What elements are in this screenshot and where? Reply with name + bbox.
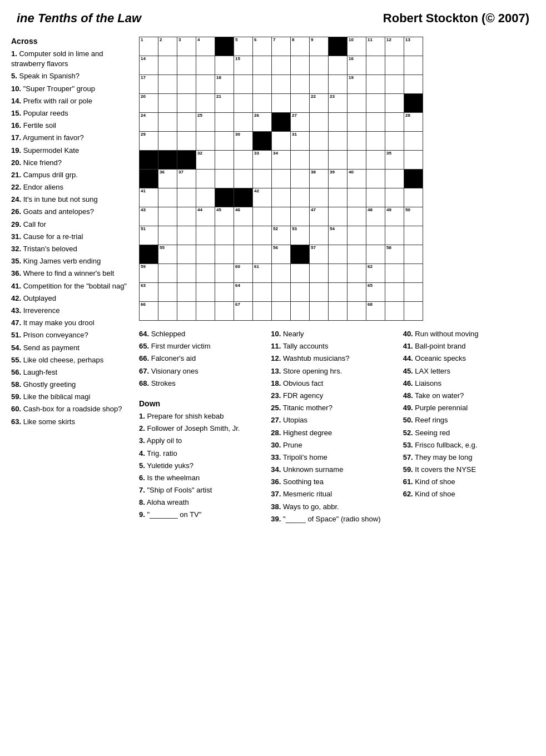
grid-cell[interactable] bbox=[196, 94, 215, 113]
grid-cell[interactable] bbox=[272, 56, 291, 75]
grid-cell[interactable] bbox=[385, 75, 404, 94]
grid-cell[interactable] bbox=[404, 264, 423, 283]
grid-cell[interactable]: 55 bbox=[158, 245, 177, 264]
grid-cell[interactable] bbox=[215, 132, 234, 151]
grid-cell[interactable] bbox=[366, 226, 385, 245]
grid-cell[interactable] bbox=[385, 56, 404, 75]
grid-cell[interactable]: 25 bbox=[196, 113, 215, 132]
grid-cell[interactable] bbox=[404, 170, 423, 188]
grid-cell[interactable] bbox=[329, 113, 348, 132]
grid-cell[interactable] bbox=[234, 151, 253, 170]
grid-cell[interactable] bbox=[310, 113, 329, 132]
grid-cell[interactable] bbox=[158, 302, 177, 321]
grid-cell[interactable] bbox=[215, 283, 234, 302]
grid-cell[interactable] bbox=[385, 94, 404, 113]
grid-cell[interactable]: 68 bbox=[366, 302, 385, 321]
grid-cell[interactable] bbox=[404, 75, 423, 94]
grid-cell[interactable] bbox=[404, 188, 423, 207]
grid-cell[interactable] bbox=[329, 207, 348, 226]
grid-cell[interactable] bbox=[329, 37, 348, 56]
grid-cell[interactable] bbox=[253, 56, 272, 75]
grid-cell[interactable] bbox=[366, 56, 385, 75]
grid-cell[interactable] bbox=[158, 94, 177, 113]
grid-cell[interactable] bbox=[234, 113, 253, 132]
grid-cell[interactable] bbox=[177, 188, 196, 207]
grid-cell[interactable] bbox=[253, 132, 272, 151]
grid-cell[interactable]: 23 bbox=[329, 94, 348, 113]
grid-cell[interactable] bbox=[253, 283, 272, 302]
grid-cell[interactable] bbox=[215, 302, 234, 321]
grid-cell[interactable] bbox=[234, 226, 253, 245]
grid-cell[interactable] bbox=[158, 113, 177, 132]
grid-cell[interactable]: 19 bbox=[348, 75, 366, 94]
grid-cell[interactable] bbox=[291, 151, 310, 170]
grid-cell[interactable] bbox=[291, 264, 310, 283]
grid-cell[interactable]: 54 bbox=[329, 226, 348, 245]
grid-cell[interactable]: 58 bbox=[385, 245, 404, 264]
grid-cell[interactable] bbox=[329, 188, 348, 207]
grid-cell[interactable]: 50 bbox=[404, 207, 423, 226]
grid-cell[interactable] bbox=[385, 188, 404, 207]
grid-cell[interactable] bbox=[329, 302, 348, 321]
grid-cell[interactable]: 52 bbox=[272, 226, 291, 245]
grid-cell[interactable] bbox=[348, 283, 366, 302]
grid-cell[interactable] bbox=[215, 37, 234, 56]
grid-cell[interactable] bbox=[291, 283, 310, 302]
grid-cell[interactable] bbox=[196, 302, 215, 321]
grid-cell[interactable] bbox=[272, 207, 291, 226]
grid-cell[interactable] bbox=[196, 245, 215, 264]
grid-cell[interactable]: 30 bbox=[234, 132, 253, 151]
grid-cell[interactable]: 35 bbox=[385, 151, 404, 170]
grid-cell[interactable] bbox=[329, 245, 348, 264]
grid-cell[interactable] bbox=[348, 245, 366, 264]
grid-cell[interactable]: 6 bbox=[253, 37, 272, 56]
grid-cell[interactable]: 1 bbox=[140, 37, 158, 56]
grid-cell[interactable] bbox=[366, 132, 385, 151]
grid-cell[interactable]: 67 bbox=[234, 302, 253, 321]
grid-cell[interactable] bbox=[196, 264, 215, 283]
grid-cell[interactable] bbox=[253, 245, 272, 264]
grid-cell[interactable] bbox=[253, 207, 272, 226]
grid-cell[interactable] bbox=[196, 132, 215, 151]
grid-cell[interactable]: 38 bbox=[310, 170, 329, 188]
grid-cell[interactable] bbox=[253, 226, 272, 245]
grid-cell[interactable] bbox=[329, 283, 348, 302]
grid-cell[interactable] bbox=[253, 302, 272, 321]
grid-cell[interactable] bbox=[310, 132, 329, 151]
grid-cell[interactable] bbox=[215, 245, 234, 264]
grid-cell[interactable] bbox=[310, 75, 329, 94]
grid-cell[interactable] bbox=[140, 170, 158, 188]
grid-cell[interactable] bbox=[215, 170, 234, 188]
grid-cell[interactable] bbox=[404, 94, 423, 113]
grid-cell[interactable] bbox=[404, 56, 423, 75]
grid-cell[interactable] bbox=[177, 283, 196, 302]
grid-cell[interactable]: 32 bbox=[196, 151, 215, 170]
grid-cell[interactable] bbox=[329, 264, 348, 283]
grid-cell[interactable] bbox=[404, 226, 423, 245]
grid-cell[interactable] bbox=[310, 283, 329, 302]
grid-cell[interactable] bbox=[348, 151, 366, 170]
grid-cell[interactable]: 37 bbox=[177, 170, 196, 188]
grid-cell[interactable] bbox=[385, 170, 404, 188]
grid-cell[interactable]: 46 bbox=[234, 207, 253, 226]
grid-cell[interactable] bbox=[140, 245, 158, 264]
grid-cell[interactable] bbox=[177, 113, 196, 132]
grid-cell[interactable] bbox=[158, 283, 177, 302]
grid-cell[interactable] bbox=[158, 188, 177, 207]
grid-cell[interactable] bbox=[329, 75, 348, 94]
grid-cell[interactable] bbox=[272, 75, 291, 94]
grid-cell[interactable] bbox=[177, 207, 196, 226]
grid-cell[interactable] bbox=[291, 94, 310, 113]
grid-cell[interactable]: 61 bbox=[253, 264, 272, 283]
grid-cell[interactable]: 5 bbox=[234, 37, 253, 56]
grid-cell[interactable] bbox=[234, 94, 253, 113]
grid-cell[interactable] bbox=[177, 56, 196, 75]
grid-cell[interactable] bbox=[385, 283, 404, 302]
grid-cell[interactable]: 26 bbox=[253, 113, 272, 132]
grid-cell[interactable] bbox=[366, 151, 385, 170]
grid-cell[interactable]: 31 bbox=[291, 132, 310, 151]
grid-cell[interactable] bbox=[329, 56, 348, 75]
grid-cell[interactable] bbox=[234, 170, 253, 188]
grid-cell[interactable] bbox=[366, 188, 385, 207]
grid-cell[interactable] bbox=[177, 151, 196, 170]
